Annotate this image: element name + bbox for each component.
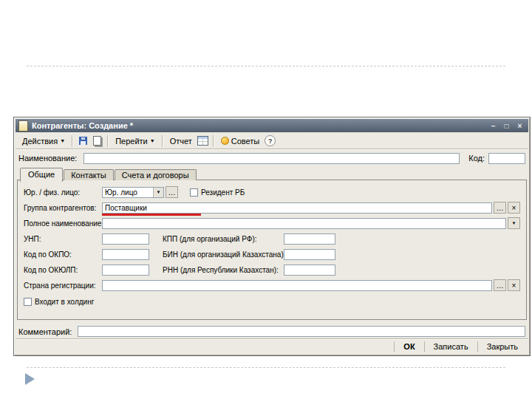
bottom-dashed-divider (27, 367, 505, 368)
footer-separator (16, 338, 528, 339)
report-button-label: Отчет (170, 137, 192, 146)
resident-checkbox-group: Резидент РБ (190, 188, 245, 197)
top-dashed-divider (27, 66, 505, 66)
country-row: Страна регистрации: … × (24, 279, 520, 291)
unp-kpp-row: УНП: КПП (для организаций РФ): (24, 233, 520, 245)
okyulp-label: Код по ОКЮЛП: (24, 266, 102, 274)
name-input[interactable] (83, 153, 460, 164)
copy-button[interactable] (90, 134, 104, 148)
full-name-dropdown-button[interactable]: ▼ (508, 217, 520, 229)
resident-checkbox[interactable] (190, 188, 198, 197)
minimize-button[interactable]: – (488, 120, 499, 131)
comment-row: Комментарий: (18, 326, 525, 337)
tips-button-label: Советы (231, 137, 259, 146)
entity-type-value: Юр. лицо (103, 188, 153, 197)
write-button[interactable]: Записать (424, 341, 477, 352)
help-icon: ? (265, 135, 276, 146)
goto-button-label: Перейти (115, 137, 148, 146)
report-button[interactable]: Отчет (166, 135, 196, 147)
comment-label: Комментарий: (18, 327, 78, 336)
ok-button[interactable]: ОК (394, 341, 423, 352)
kpp-input[interactable] (284, 233, 335, 245)
holding-checkbox-group: Входит в холдинг (24, 298, 94, 306)
holding-checkbox[interactable] (24, 298, 32, 306)
entity-type-row: Юр. / физ. лицо: Юр. лицо ▼ … Резидент Р… (24, 186, 520, 198)
copy-icon (93, 136, 101, 146)
close-form-button[interactable]: Закрыть (477, 341, 527, 352)
table-icon (197, 136, 208, 146)
window-titlebar: Контрагенты: Создание * – □ × (16, 119, 528, 132)
code-label: Код: (468, 154, 485, 163)
toolbar-separator (213, 135, 214, 147)
report-table-button[interactable] (196, 134, 210, 148)
rnn-label: РНН (для Республики Казахстан): (163, 266, 284, 274)
slide-bullet-arrow-icon (25, 373, 35, 385)
country-clear-button[interactable]: × (508, 279, 520, 291)
name-label: Наименование: (18, 154, 83, 163)
window-title: Контрагенты: Создание * (32, 121, 485, 130)
save-button[interactable] (76, 134, 90, 148)
bin-label: БИН (для организаций Казахстана): (163, 250, 284, 259)
entity-type-ellipsis-button[interactable]: … (166, 186, 178, 198)
slide-canvas: Контрагенты: Создание * – □ × Действия ▼… (0, 0, 532, 399)
holding-row: Входит в холдинг (24, 296, 520, 307)
general-tab-panel: Юр. / физ. лицо: Юр. лицо ▼ … Резидент Р… (17, 180, 527, 320)
tab-accounts-contracts[interactable]: Счета и договоры (115, 169, 197, 180)
rnn-input[interactable] (284, 265, 335, 276)
maximize-button[interactable]: □ (501, 120, 512, 131)
tab-contacts[interactable]: Контакты (64, 169, 114, 180)
bin-input[interactable] (284, 249, 335, 260)
annotation-red-underline (102, 214, 201, 216)
actions-button[interactable]: Действия ▼ (18, 135, 69, 147)
okpo-label: Код по ОКПО: (24, 250, 102, 259)
group-ellipsis-button[interactable]: … (494, 202, 506, 214)
full-name-row: Полное наименование: ▼ (24, 217, 520, 229)
footer-button-bar: ОК Записать Закрыть (394, 340, 527, 353)
save-icon (79, 137, 87, 145)
country-ellipsis-button[interactable]: … (494, 279, 506, 291)
tips-bee-icon (221, 137, 229, 145)
close-button[interactable]: × (514, 120, 525, 131)
okyulp-rnn-row: Код по ОКЮЛП: РНН (для Республики Казахс… (24, 264, 520, 276)
goto-button[interactable]: Перейти ▼ (112, 135, 159, 147)
chevron-down-icon: ▼ (150, 138, 155, 143)
comment-input[interactable] (78, 326, 525, 337)
tips-button[interactable]: Советы (217, 135, 263, 147)
toolbar-separator (107, 135, 109, 147)
okpo-input[interactable] (102, 249, 149, 260)
holding-label: Входит в холдинг (35, 298, 94, 306)
tab-general[interactable]: Общие (20, 168, 63, 182)
okpo-bin-row: Код по ОКПО: БИН (для организаций Казахс… (24, 248, 520, 260)
unp-label: УНП: (24, 235, 102, 243)
counterparty-create-window: Контрагенты: Создание * – □ × Действия ▼… (13, 117, 531, 356)
country-label: Страна регистрации: (24, 282, 102, 290)
group-clear-button[interactable]: × (508, 202, 520, 214)
tab-strip: Общие Контакты Счета и договоры (20, 167, 197, 180)
resident-label: Резидент РБ (201, 188, 245, 197)
toolbar-separator (72, 135, 73, 147)
unp-input[interactable] (102, 233, 149, 245)
toolbar-separator (162, 135, 163, 147)
entity-type-combo[interactable]: Юр. лицо ▼ (102, 187, 164, 198)
actions-button-label: Действия (22, 137, 58, 146)
entity-type-label: Юр. / физ. лицо: (24, 188, 102, 197)
kpp-label: КПП (для организаций РФ): (163, 235, 284, 243)
full-name-input[interactable] (102, 218, 506, 229)
form-icon (18, 120, 28, 132)
name-row: Наименование: Код: (18, 152, 525, 164)
okyulp-input[interactable] (102, 265, 149, 276)
group-label: Группа контрагентов: (24, 204, 102, 212)
country-input[interactable] (102, 280, 492, 291)
group-input[interactable] (102, 202, 492, 214)
chevron-down-icon: ▼ (60, 138, 65, 143)
help-button[interactable]: ? (263, 134, 277, 148)
code-input[interactable] (488, 153, 525, 164)
group-row: Группа контрагентов: … × (24, 202, 520, 214)
chevron-down-icon: ▼ (153, 188, 163, 197)
toolbar: Действия ▼ Перейти ▼ Отчет (16, 133, 528, 149)
full-name-label: Полное наименование: (24, 219, 102, 228)
